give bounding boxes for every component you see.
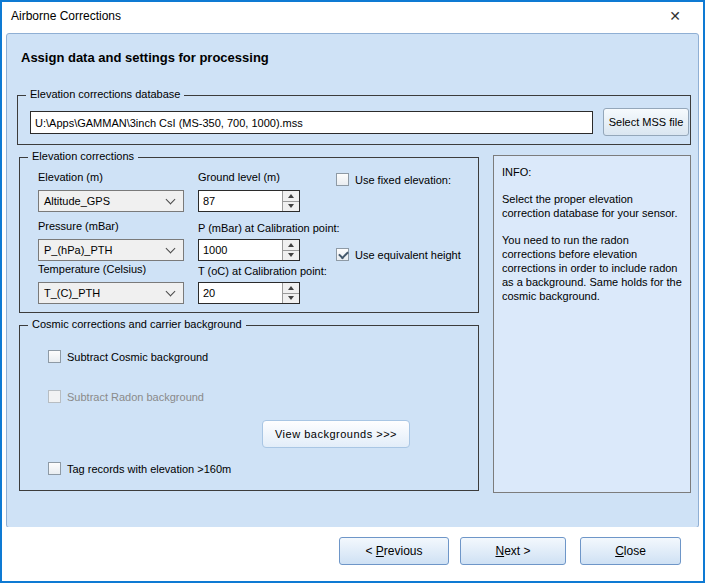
database-group-title: Elevation corrections database	[26, 88, 184, 100]
p-calibration-stepper	[198, 239, 300, 261]
subtract-radon-checkbox: Subtract Radon background	[48, 390, 204, 403]
pressure-combobox-value: P_(hPa)_PTH	[39, 244, 167, 256]
info-title: INFO:	[502, 165, 682, 179]
cosmic-groupbox: Cosmic corrections and carrier backgroun…	[19, 325, 479, 491]
spin-down-icon	[288, 204, 294, 208]
checkbox-box[interactable]	[48, 462, 61, 475]
spin-up-icon	[288, 286, 294, 290]
page-title: Assign data and settings for processing	[21, 50, 269, 65]
use-fixed-elevation-checkbox[interactable]: Use fixed elevation:	[336, 173, 451, 186]
use-fixed-elevation-label: Use fixed elevation:	[355, 174, 451, 186]
elevation-combobox-value: Altitude_GPS	[39, 195, 167, 207]
close-icon[interactable]: ✕	[653, 2, 697, 31]
checkbox-box	[48, 390, 61, 403]
ground-level-label: Ground level (m)	[198, 171, 280, 183]
p-calibration-down-button[interactable]	[283, 251, 299, 261]
previous-button[interactable]: < Previous	[339, 537, 449, 565]
ground-level-down-button[interactable]	[283, 202, 299, 212]
mss-path-input[interactable]	[30, 111, 593, 134]
p-calibration-label: P (mBar) at Calibration point:	[198, 222, 340, 234]
subtract-radon-label: Subtract Radon background	[67, 391, 204, 403]
spin-down-icon	[288, 253, 294, 257]
window-title: Airborne Corrections	[11, 2, 121, 31]
airborne-corrections-dialog: Airborne Corrections ✕ Assign data and s…	[0, 0, 705, 583]
t-calibration-stepper	[198, 282, 300, 304]
cosmic-group-title: Cosmic corrections and carrier backgroun…	[28, 318, 246, 330]
info-paragraph-2: You need to run the radon corrections be…	[502, 233, 682, 303]
use-equivalent-height-label: Use equivalent height	[355, 249, 461, 261]
tag-records-checkbox[interactable]: Tag records with elevation >160m	[48, 462, 231, 475]
p-calibration-input[interactable]	[199, 240, 282, 260]
next-button[interactable]: Next >	[460, 537, 566, 565]
temperature-combobox-value: T_(C)_PTH	[39, 287, 167, 299]
info-panel: INFO: Select the proper elevation correc…	[493, 155, 691, 493]
main-panel: Assign data and settings for processing …	[6, 33, 699, 528]
chevron-down-icon	[166, 194, 176, 204]
subtract-cosmic-label: Subtract Cosmic background	[67, 351, 208, 363]
t-calibration-label: T (oC) at Calibration point:	[198, 265, 327, 277]
pressure-combobox[interactable]: P_(hPa)_PTH	[38, 239, 184, 261]
elevation-label: Elevation (m)	[38, 171, 103, 183]
temperature-label: Temperature (Celsius)	[38, 263, 146, 275]
chevron-down-icon	[166, 286, 176, 296]
view-backgrounds-button[interactable]: View backgrounds >>>	[262, 420, 410, 448]
ground-level-stepper	[198, 190, 300, 212]
checkbox-box[interactable]	[48, 350, 61, 363]
ground-level-up-button[interactable]	[283, 191, 299, 202]
close-button[interactable]: Close	[580, 537, 681, 565]
checkbox-box[interactable]	[336, 173, 349, 186]
pressure-label: Pressure (mBar)	[38, 220, 119, 232]
t-calibration-down-button[interactable]	[283, 294, 299, 304]
t-calibration-up-button[interactable]	[283, 283, 299, 294]
elevation-group-title: Elevation corrections	[28, 150, 138, 162]
subtract-cosmic-checkbox[interactable]: Subtract Cosmic background	[48, 350, 208, 363]
elevation-groupbox: Elevation corrections Elevation (m) Alti…	[19, 157, 479, 313]
use-equivalent-height-checkbox[interactable]: Use equivalent height	[336, 248, 461, 261]
t-calibration-input[interactable]	[199, 283, 282, 303]
tag-records-label: Tag records with elevation >160m	[67, 463, 231, 475]
footer: < Previous Next > Close	[4, 527, 701, 579]
spin-up-icon	[288, 194, 294, 198]
spin-up-icon	[288, 243, 294, 247]
database-groupbox: Elevation corrections database Select MS…	[17, 95, 691, 145]
ground-level-input[interactable]	[199, 191, 282, 211]
spin-down-icon	[288, 296, 294, 300]
title-bar: Airborne Corrections ✕	[2, 2, 703, 31]
chevron-down-icon	[166, 243, 176, 253]
temperature-combobox[interactable]: T_(C)_PTH	[38, 282, 184, 304]
select-mss-file-button[interactable]: Select MSS file	[603, 108, 689, 136]
checkbox-box[interactable]	[336, 248, 349, 261]
info-paragraph-1: Select the proper elevation correction d…	[502, 192, 682, 220]
elevation-combobox[interactable]: Altitude_GPS	[38, 190, 184, 212]
p-calibration-up-button[interactable]	[283, 240, 299, 251]
